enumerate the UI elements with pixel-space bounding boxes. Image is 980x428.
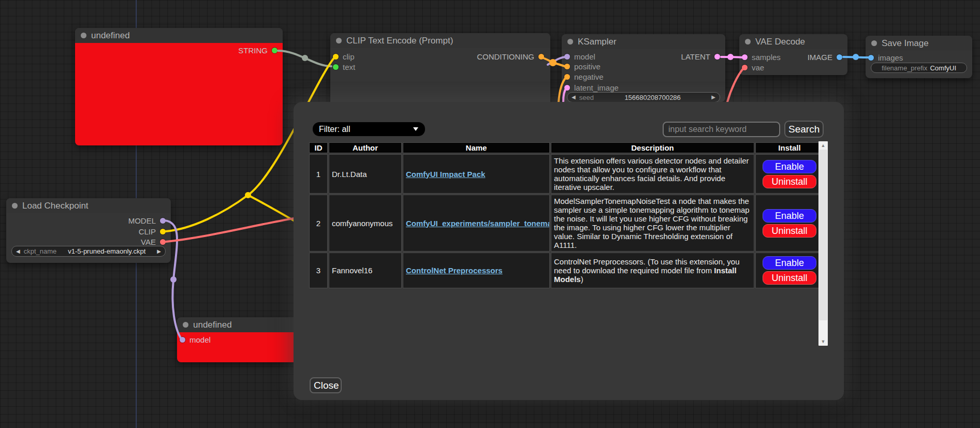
port-vae-output[interactable] bbox=[160, 239, 166, 245]
node-title: VAE Decode bbox=[755, 37, 805, 47]
uninstall-button[interactable]: Uninstall bbox=[763, 175, 816, 188]
cell-description: ModelSamplerTonemapNoiseTest a node that… bbox=[551, 195, 754, 252]
increment-arrow-icon[interactable]: ▶ bbox=[711, 95, 715, 100]
widget-label: ckpt_name bbox=[24, 247, 57, 255]
node-title: Save Image bbox=[882, 38, 929, 49]
port-label: model bbox=[574, 52, 595, 61]
decrement-arrow-icon[interactable]: ◀ bbox=[16, 249, 20, 254]
header-install: Install bbox=[755, 142, 824, 153]
output-label: STRING bbox=[238, 46, 268, 55]
node-save-image[interactable]: Save Image images filename_prefix ComfyU… bbox=[866, 36, 972, 78]
node-title: KSampler bbox=[578, 37, 617, 47]
scrollbar-thumb[interactable] bbox=[819, 150, 827, 320]
node-title-bar[interactable]: undefined bbox=[75, 28, 283, 43]
port-text-input[interactable] bbox=[333, 64, 339, 70]
collapse-dot-icon[interactable] bbox=[871, 40, 877, 46]
filename-prefix-widget[interactable]: filename_prefix ComfyUI bbox=[871, 63, 967, 73]
enable-button[interactable]: Enable bbox=[763, 256, 816, 270]
header-description: Description bbox=[551, 142, 754, 153]
uninstall-button[interactable]: Uninstall bbox=[763, 271, 816, 285]
cell-description: This extension offers various detector n… bbox=[551, 154, 754, 194]
output-label: LATENT bbox=[681, 52, 710, 61]
port-clip-input[interactable] bbox=[333, 54, 339, 60]
port-string-output[interactable] bbox=[272, 48, 277, 53]
node-title: CLIP Text Encode (Prompt) bbox=[346, 36, 453, 46]
collapse-dot-icon[interactable] bbox=[81, 33, 86, 38]
table-row: 2 comfyanonymous ComfyUI_experiments/sam… bbox=[309, 195, 824, 252]
node-vae-decode[interactable]: VAE Decode samples vae IMAGE bbox=[739, 34, 847, 75]
node-undefined-bottom[interactable]: undefined model bbox=[177, 317, 297, 362]
cell-id: 1 bbox=[309, 154, 328, 194]
cell-id: 3 bbox=[309, 253, 328, 288]
comfyui-app: undefined STRING CLIP Text Encode (Promp… bbox=[0, 0, 980, 428]
extension-link[interactable]: ComfyUI Impact Pack bbox=[406, 170, 485, 179]
node-load-checkpoint[interactable]: Load Checkpoint MODEL CLIP VAE ◀ ckpt_na… bbox=[6, 198, 171, 263]
ckpt-name-widget[interactable]: ◀ ckpt_name v1-5-pruned-emaonly.ckpt ▶ bbox=[11, 246, 166, 257]
output-label: CLIP bbox=[139, 227, 156, 236]
uninstall-button[interactable]: Uninstall bbox=[763, 224, 816, 238]
output-label: CONDITIONING bbox=[477, 52, 534, 61]
filter-select[interactable]: Filter: all bbox=[313, 122, 425, 136]
cell-id: 2 bbox=[309, 195, 328, 252]
filter-selected-value: Filter: all bbox=[319, 125, 350, 134]
node-title: undefined bbox=[193, 320, 232, 330]
port-samples-input[interactable] bbox=[742, 54, 748, 60]
search-button[interactable]: Search bbox=[784, 121, 824, 138]
table-scrollbar[interactable]: ▲ ▼ bbox=[818, 141, 828, 346]
port-label: text bbox=[343, 63, 355, 71]
node-title-bar[interactable]: KSampler bbox=[562, 34, 725, 49]
port-conditioning-output[interactable] bbox=[538, 54, 544, 60]
increment-arrow-icon[interactable]: ▶ bbox=[157, 249, 161, 254]
collapse-dot-icon[interactable] bbox=[183, 322, 188, 328]
collapse-dot-icon[interactable] bbox=[336, 38, 342, 43]
cell-author: Fannovel16 bbox=[329, 253, 402, 288]
port-image-output[interactable] bbox=[837, 54, 842, 60]
node-title-bar[interactable]: CLIP Text Encode (Prompt) bbox=[330, 33, 550, 48]
widget-label: filename_prefix bbox=[882, 64, 927, 72]
enable-button[interactable]: Enable bbox=[763, 160, 816, 173]
port-negative-input[interactable] bbox=[564, 74, 570, 80]
chevron-down-icon bbox=[413, 127, 419, 131]
node-title-bar[interactable]: undefined bbox=[177, 317, 297, 332]
port-clip-output[interactable] bbox=[160, 229, 166, 234]
node-title-bar[interactable]: VAE Decode bbox=[739, 34, 847, 49]
port-model-input[interactable] bbox=[180, 337, 185, 343]
port-label: latent_image bbox=[574, 83, 619, 92]
port-model-input[interactable] bbox=[564, 54, 570, 60]
port-vae-input[interactable] bbox=[742, 65, 748, 70]
close-button[interactable]: Close bbox=[310, 377, 342, 393]
collapse-dot-icon[interactable] bbox=[567, 39, 573, 45]
node-title-bar[interactable]: Save Image bbox=[866, 36, 972, 51]
enable-button[interactable]: Enable bbox=[763, 209, 816, 223]
scroll-down-icon[interactable]: ▼ bbox=[818, 337, 828, 346]
node-undefined-top[interactable]: undefined STRING bbox=[75, 28, 283, 145]
node-ksampler[interactable]: KSampler model positive negative latent_… bbox=[562, 34, 725, 102]
node-title-bar[interactable]: Load Checkpoint bbox=[6, 198, 171, 213]
port-label: negative bbox=[574, 72, 604, 81]
collapse-dot-icon[interactable] bbox=[745, 39, 751, 45]
extension-link[interactable]: ControlNet Preprocessors bbox=[406, 266, 503, 275]
port-latent-output[interactable] bbox=[714, 54, 720, 60]
custom-nodes-manager-dialog: Filter: all Search ID Author Name Descri… bbox=[294, 102, 844, 400]
output-label: MODEL bbox=[128, 216, 156, 225]
widget-value: ComfyUI bbox=[930, 64, 956, 72]
port-latent-image-input[interactable] bbox=[564, 85, 570, 91]
decrement-arrow-icon[interactable]: ◀ bbox=[572, 95, 576, 100]
port-images-input[interactable] bbox=[868, 55, 874, 61]
cell-author: comfyanonymous bbox=[329, 195, 402, 252]
scroll-up-icon[interactable]: ▲ bbox=[818, 141, 828, 150]
table-row: 3 Fannovel16 ControlNet Preprocessors Co… bbox=[309, 253, 824, 288]
widget-label: seed bbox=[579, 94, 594, 101]
node-clip-text-encode[interactable]: CLIP Text Encode (Prompt) clip text COND… bbox=[330, 33, 550, 109]
collapse-dot-icon[interactable] bbox=[12, 203, 18, 209]
node-body-error: STRING bbox=[75, 43, 283, 145]
port-label: images bbox=[878, 53, 903, 62]
port-positive-input[interactable] bbox=[564, 64, 570, 69]
seed-widget[interactable]: ◀ seed 156680208700286 ▶ bbox=[567, 92, 720, 102]
search-input[interactable] bbox=[663, 122, 780, 137]
port-label: positive bbox=[574, 62, 601, 71]
port-model-output[interactable] bbox=[160, 218, 166, 224]
node-title: Load Checkpoint bbox=[22, 201, 89, 211]
port-label: clip bbox=[343, 52, 355, 61]
extension-link[interactable]: ComfyUI_experiments/sampler_tonemap bbox=[406, 219, 550, 228]
